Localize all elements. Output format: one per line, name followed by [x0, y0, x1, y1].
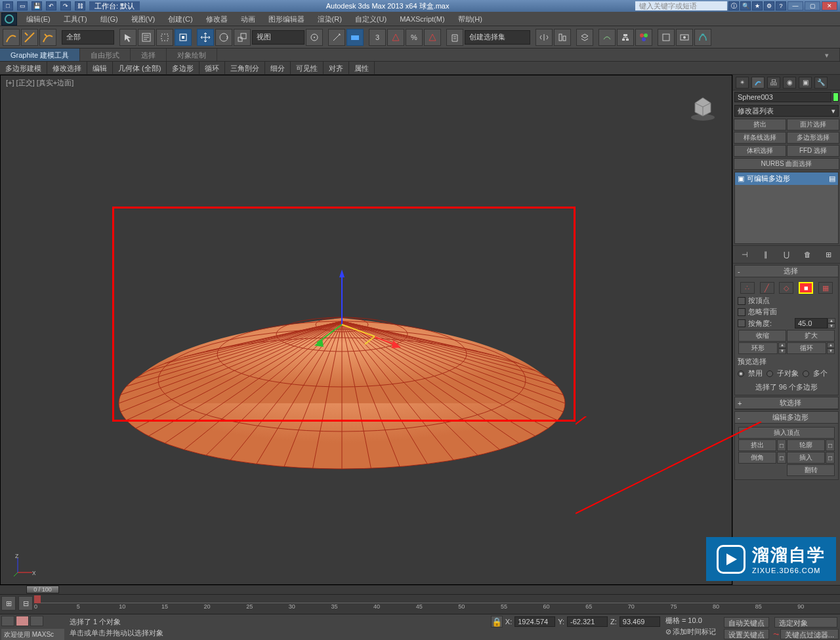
angle-down[interactable]: ▼ — [828, 323, 835, 329]
loop-down[interactable]: ▼ — [827, 348, 835, 354]
time-slider[interactable]: 0 / 100 — [0, 585, 840, 594]
key-icon[interactable]: ⤳ — [773, 630, 779, 639]
btn-loop[interactable]: 循环 — [787, 342, 826, 354]
menu-views[interactable]: 视图(V) — [125, 12, 162, 26]
btn-splinesel[interactable]: 样条线选择 — [734, 132, 786, 144]
edit-named-sel-icon[interactable] — [446, 29, 463, 46]
tab-hierarchy-icon[interactable]: 品 — [767, 77, 780, 89]
btn-patchsel[interactable]: 面片选择 — [787, 119, 839, 130]
btn-bevel-settings[interactable]: □ — [777, 452, 786, 464]
tab-paint[interactable]: 对象绘制 — [167, 49, 217, 61]
tab-freeform[interactable]: 自由形式 — [80, 49, 131, 61]
time-tag-icon[interactable]: ⊘ — [665, 628, 671, 636]
menu-help[interactable]: 帮助(H) — [452, 12, 489, 26]
unlink-icon[interactable] — [21, 29, 38, 46]
show-end-icon[interactable]: ∥ — [760, 249, 772, 260]
manipulate-icon[interactable] — [328, 29, 345, 46]
search-icon[interactable]: 🔍 — [740, 1, 751, 10]
sub-visibility[interactable]: 可见性 — [291, 62, 324, 74]
tab-graphite[interactable]: Graphite 建模工具 — [0, 49, 80, 61]
select-icon[interactable] — [119, 29, 136, 46]
menu-edit[interactable]: 编辑(E) — [20, 12, 57, 26]
new-icon[interactable]: □ — [3, 1, 13, 10]
key-marker[interactable] — [34, 595, 41, 603]
minimize-button[interactable]: — — [788, 1, 803, 10]
loop-up[interactable]: ▲ — [827, 342, 835, 348]
trackbar-ticks[interactable]: 051015202530354045505560657075808590 — [34, 603, 840, 612]
subobj-polygon[interactable]: ■ — [799, 282, 813, 294]
open-icon[interactable]: ▭ — [17, 1, 28, 10]
render-frame-icon[interactable] — [676, 29, 693, 46]
layer-icon[interactable] — [576, 29, 593, 46]
subobj-vertex[interactable]: ∴ — [740, 282, 755, 294]
set-key-button[interactable]: 设置关键点 — [724, 629, 769, 639]
render-setup-icon[interactable] — [658, 29, 675, 46]
maxscript-prompt[interactable]: 欢迎使用 MAXSc — [1, 629, 64, 640]
configure-icon[interactable]: ⊞ — [822, 249, 834, 260]
object-name-input[interactable] — [734, 92, 831, 102]
tab-display-icon[interactable]: ▣ — [799, 77, 812, 89]
mini-btn3[interactable] — [30, 616, 43, 626]
tab-create-icon[interactable]: ✴ — [736, 77, 749, 89]
sub-tris[interactable]: 三角剖分 — [225, 62, 265, 74]
mini-btn1[interactable] — [1, 616, 14, 626]
btn-ring[interactable]: 环形 — [738, 342, 778, 354]
key-filters-button[interactable]: 关键点过滤器... — [780, 629, 839, 639]
ring-down[interactable]: ▼ — [778, 348, 786, 354]
refcoord-dropdown[interactable]: 视图 — [252, 30, 304, 45]
btn-volsel[interactable]: 体积选择 — [734, 145, 786, 157]
btn-bevel[interactable]: 倒角 — [738, 452, 776, 464]
ring-up[interactable]: ▲ — [778, 342, 786, 348]
tab-selection[interactable]: 选择 — [131, 49, 167, 61]
search-input[interactable]: 键入关键字或短语 — [635, 1, 727, 10]
modifier-list-dropdown[interactable]: 修改器列表 ▾ — [734, 105, 839, 117]
tab-motion-icon[interactable]: ◉ — [783, 77, 796, 89]
chk-by-vertex[interactable] — [738, 297, 746, 305]
menu-rendering[interactable]: 渲染(R) — [311, 12, 348, 26]
btn-inset-settings[interactable]: □ — [826, 452, 835, 464]
chk-ignore-back[interactable] — [738, 308, 746, 316]
btn-extrude[interactable]: 挤出 — [734, 119, 786, 130]
radio-multi[interactable] — [803, 370, 809, 377]
coord-y[interactable]: -62.321 — [567, 616, 608, 627]
sub-subdiv[interactable]: 细分 — [265, 62, 291, 74]
maximize-button[interactable]: ▢ — [805, 1, 820, 10]
schematic-icon[interactable] — [617, 29, 634, 46]
select-name-icon[interactable] — [138, 29, 155, 46]
sub-polymodel[interactable]: 多边形建模 — [0, 62, 47, 74]
workspace-dropdown[interactable]: 工作台: 默认 — [89, 1, 140, 10]
menu-customize[interactable]: 自定义(U) — [348, 12, 393, 26]
angle-up[interactable]: ▲ — [828, 318, 835, 323]
named-selset-dropdown[interactable]: 创建选择集 — [465, 30, 530, 45]
save-icon[interactable]: 💾 — [32, 1, 42, 10]
mirror-icon[interactable] — [536, 29, 553, 46]
select-region-icon[interactable] — [156, 29, 173, 46]
menu-group[interactable]: 组(G) — [94, 12, 125, 26]
lock-icon[interactable]: 🔒 — [491, 616, 503, 628]
tab-utilities-icon[interactable]: 🔧 — [814, 77, 828, 89]
ribbon-collapse-icon[interactable]: ▾ — [814, 49, 840, 61]
menu-modifiers[interactable]: 修改器 — [200, 12, 234, 26]
make-unique-icon[interactable]: ⋃ — [780, 249, 792, 260]
menu-animation[interactable]: 动画 — [234, 12, 262, 26]
btn-flip[interactable]: 翻转 — [787, 464, 835, 476]
snap-3-icon[interactable]: 3 — [369, 29, 386, 46]
frame-slider[interactable]: 0 / 100 — [26, 586, 59, 593]
auto-key-button[interactable]: 自动关键点 — [724, 617, 769, 628]
btn-shrink[interactable]: 收缩 — [738, 330, 786, 342]
sub-polygons[interactable]: 多边形 — [167, 62, 200, 74]
coord-x[interactable]: 1924.574 — [514, 616, 555, 627]
stack-item-editable-poly[interactable]: ▣ 可编辑多边形 ▤ — [735, 172, 838, 185]
trackbar-btn2[interactable]: ⊟ — [18, 596, 33, 610]
btn-extrude-poly[interactable]: 挤出 — [738, 439, 776, 451]
menu-create[interactable]: 创建(C) — [161, 12, 199, 26]
rollout-toggle[interactable]: - — [738, 414, 746, 422]
sub-align[interactable]: 对齐 — [324, 62, 349, 74]
move-icon[interactable] — [197, 29, 214, 46]
rollout-toggle[interactable]: + — [738, 399, 746, 407]
rollout-toggle[interactable]: - — [738, 268, 746, 275]
filter-dropdown[interactable]: 全部 — [62, 30, 114, 45]
tab-modify-icon[interactable] — [751, 77, 765, 89]
trackbar-btn1[interactable]: ⊞ — [1, 596, 16, 610]
sub-modsel[interactable]: 修改选择 — [47, 62, 87, 74]
